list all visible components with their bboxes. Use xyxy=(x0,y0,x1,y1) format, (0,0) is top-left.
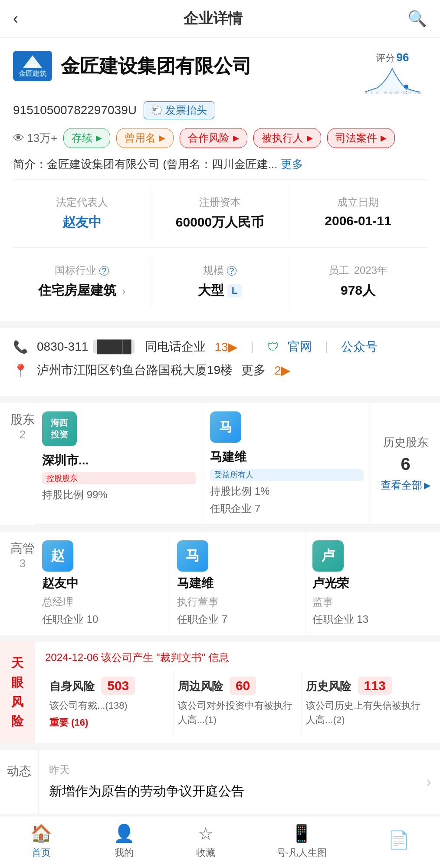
bottom-nav: 🏠 首页 👤 我的 ☆ 收藏 📱 号·凡人生图 📄 xyxy=(0,816,440,868)
address-row: 📍 泸州市江阳区钓鱼台路国税大厦19楼 更多 2▶ xyxy=(13,362,427,378)
risk-grid: 自身风险 503 该公司有裁...(138) 重要 (16) 周边风险 60 该… xyxy=(45,671,430,734)
doc-icon: 📄 xyxy=(388,830,410,850)
shareholders-section: 股东 2 海西投资 深圳市... 控股股东 持股比例 99% 马 马建维 受 xyxy=(0,403,440,525)
svg-text:97: 97 xyxy=(401,91,406,94)
contact-section: 📞 0830-311 ████ 同电话企业 13▶ | 🛡 官网 | 公众号 📍… xyxy=(0,328,440,396)
nav-home-label: 首页 xyxy=(32,846,51,859)
history-risk-item[interactable]: 历史风险 113 该公司历史上有失信被执行人高...(2) xyxy=(302,671,430,734)
divider-vert: | xyxy=(251,340,254,354)
nav-more[interactable]: 📱 号·凡人生图 xyxy=(276,823,327,859)
shareholders-content: 海西投资 深圳市... 控股股东 持股比例 99% 马 马建维 受益所有人 持股… xyxy=(35,403,440,525)
score-graph: 0 1 3 15 50 85 97 99 100 xyxy=(362,65,423,94)
historical-label: 历史股东 xyxy=(383,435,428,450)
view-count: 👁 13万+ xyxy=(13,131,57,146)
industry-help-icon[interactable]: ? xyxy=(99,266,109,276)
shareholder-2-name: 马建维 xyxy=(210,449,364,465)
intro-more-link[interactable]: 更多 xyxy=(281,158,303,171)
executive-2-avatar: 马 xyxy=(177,540,208,572)
svg-text:15: 15 xyxy=(383,91,387,94)
shareholder-1[interactable]: 海西投资 深圳市... 控股股东 持股比例 99% xyxy=(35,403,203,524)
executive-1[interactable]: 赵 赵友中 总经理 任职企业 10 xyxy=(35,532,170,635)
executives-label-col: 高管 3 xyxy=(0,532,35,635)
shareholders-count: 2 xyxy=(20,428,26,441)
svg-text:3: 3 xyxy=(376,91,378,94)
shareholders-layout: 股东 2 海西投资 深圳市... 控股股东 持股比例 99% 马 马建维 受 xyxy=(0,403,440,525)
scale-tag: L xyxy=(227,284,242,297)
nav-more-label: 号·凡人生图 xyxy=(276,846,327,859)
legal-rep-value[interactable]: 赵友中 xyxy=(17,214,146,231)
status-tag-active[interactable]: 存续 xyxy=(63,128,110,148)
address-more-count[interactable]: 2▶ xyxy=(274,363,291,378)
search-icon[interactable]: 🔍 xyxy=(407,10,427,28)
scale-cell: 规模 ? 大型 L xyxy=(151,255,289,308)
executive-2-companies: 任职企业 7 xyxy=(177,612,298,626)
nav-profile[interactable]: 👤 我的 xyxy=(113,823,135,859)
historical-count: 6 xyxy=(401,454,410,474)
established-cell: 成立日期 2006-01-11 xyxy=(289,187,427,240)
former-name-tag[interactable]: 曾用名 xyxy=(116,128,174,148)
self-risk-important: 重要 (16) xyxy=(49,716,169,729)
company-intro: 简介：金匠建设集团有限公司 (曾用名：四川金匠建... 更多 xyxy=(13,157,427,172)
executive-3[interactable]: 卢 卢光荣 监事 任职企业 13 xyxy=(305,532,440,635)
view-all-btn[interactable]: 查看全部 ▶ xyxy=(381,478,430,492)
dynamics-date: 昨天 xyxy=(49,763,407,777)
info-grid-2: 国标行业 ? 住宅房屋建筑 › 规模 ? 大型 L 员工 2023年 978人 xyxy=(13,255,427,308)
dynamics-arrow: › xyxy=(417,750,440,814)
history-risk-desc: 该公司历史上有失信被执行人高...(2) xyxy=(306,698,425,727)
score-label: 评分 xyxy=(376,52,395,65)
shareholder-2[interactable]: 马 马建维 受益所有人 持股比例 1% 任职企业 7 xyxy=(203,403,371,524)
industry-value[interactable]: 住宅房屋建筑 › xyxy=(17,282,146,299)
favorites-icon: ☆ xyxy=(198,824,213,844)
nav-favorites[interactable]: ☆ 收藏 xyxy=(196,824,215,859)
executive-1-avatar: 赵 xyxy=(42,540,73,572)
info-grid-1: 法定代表人 赵友中 注册资本 60000万人民币 成立日期 2006-01-11 xyxy=(13,187,427,240)
employees-cell: 员工 2023年 978人 xyxy=(289,255,427,308)
self-risk-desc: 该公司有裁...(138) xyxy=(49,698,169,713)
nav-home[interactable]: 🏠 首页 xyxy=(30,823,52,859)
divider-1 xyxy=(13,179,427,180)
back-button[interactable]: ‹ xyxy=(13,10,18,28)
top-nav: ‹ 企业详情 🔍 xyxy=(0,0,440,38)
cooperation-risk-tag[interactable]: 合作风险 xyxy=(180,128,247,148)
shareholder-1-avatar: 海西投资 xyxy=(42,411,77,446)
scale-help-icon[interactable]: ? xyxy=(227,266,236,276)
executive-3-avatar: 卢 xyxy=(312,540,344,572)
self-risk-item[interactable]: 自身风险 503 该公司有裁...(138) 重要 (16) xyxy=(45,671,174,734)
industry-cell: 国标行业 ? 住宅房屋建筑 › xyxy=(13,255,151,308)
credit-row: 91510500782297039U 🐑 发票抬头 xyxy=(13,101,427,119)
employees-label: 员工 2023年 xyxy=(293,263,423,277)
established-label: 成立日期 xyxy=(293,195,423,209)
nav-doc[interactable]: 📄 xyxy=(388,830,410,853)
executive-2[interactable]: 马 马建维 执行董事 任职企业 7 xyxy=(170,532,305,635)
scale-label: 规模 ? xyxy=(155,263,284,277)
executive-2-name: 马建维 xyxy=(177,575,298,592)
history-risk-count: 113 xyxy=(358,677,392,695)
executive-2-role: 执行董事 xyxy=(177,595,298,609)
same-phone-count[interactable]: 13▶ xyxy=(214,340,237,354)
wechat-link[interactable]: 公众号 xyxy=(341,339,378,355)
view-all-arrow: ▶ xyxy=(424,480,430,490)
dynamics-label: 动态 xyxy=(0,750,39,814)
view-all-label: 查看全部 xyxy=(381,478,422,492)
enforcement-tag[interactable]: 被执行人 xyxy=(253,128,321,148)
address-more-label[interactable]: 更多 xyxy=(241,362,266,378)
svg-text:1: 1 xyxy=(370,91,372,94)
company-logo-name: 金匠建筑 金匠建设集团有限公司 xyxy=(13,51,358,81)
invoice-tag[interactable]: 🐑 发票抬头 xyxy=(144,101,214,119)
shareholder-1-name: 深圳市... xyxy=(42,452,196,469)
self-risk-title: 自身风险 503 xyxy=(49,677,169,695)
divider-vert2: | xyxy=(325,340,328,354)
company-logo: 金匠建筑 xyxy=(13,51,52,81)
surround-risk-count: 60 xyxy=(230,677,256,695)
history-risk-title: 历史风险 113 xyxy=(306,677,425,695)
svg-text:99: 99 xyxy=(408,91,413,94)
phone-number[interactable]: 0830-311 ████ xyxy=(37,340,136,354)
dynamics-content[interactable]: 昨天 新增作为原告的劳动争议开庭公告 xyxy=(39,750,417,814)
svg-text:0: 0 xyxy=(365,91,367,94)
risk-content: 2024-12-06 该公司产生 "裁判文书" 信息 自身风险 503 该公司有… xyxy=(35,642,440,743)
executive-1-name: 赵友中 xyxy=(42,575,163,592)
website-link[interactable]: 官网 xyxy=(288,339,312,355)
judicial-case-tag[interactable]: 司法案件 xyxy=(327,128,395,148)
surround-risk-item[interactable]: 周边风险 60 该公司对外投资中有被执行人高...(1) xyxy=(174,671,302,734)
svg-text:50: 50 xyxy=(389,91,394,94)
